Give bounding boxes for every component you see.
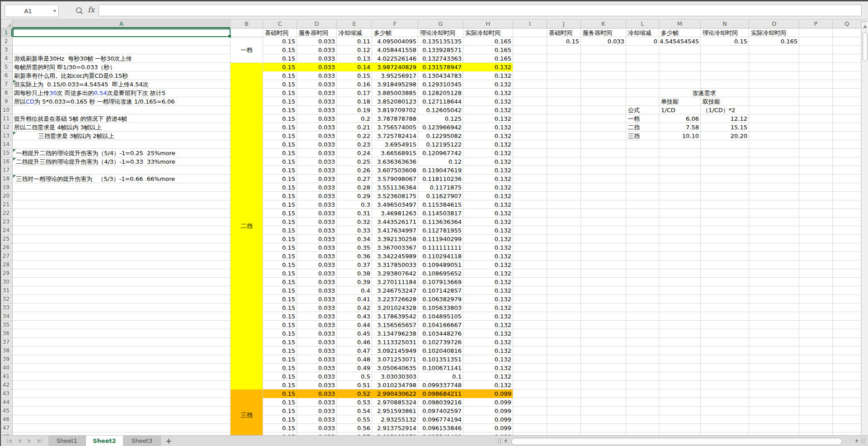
- cell-G34[interactable]: 0.104895105: [418, 312, 463, 321]
- cell-C30[interactable]: 0.15: [263, 278, 297, 286]
- cell-D19[interactable]: 0.033: [297, 183, 337, 192]
- cell-E15[interactable]: 0.24: [337, 149, 372, 157]
- cell-H46[interactable]: 0.099: [463, 415, 513, 424]
- cell-H19[interactable]: 0.132: [463, 183, 513, 192]
- cell-H27[interactable]: 0.132: [463, 252, 513, 261]
- cell-H20[interactable]: 0.132: [463, 192, 513, 200]
- cell-E13[interactable]: 0.22: [337, 132, 372, 140]
- cell-H29[interactable]: 0.132: [463, 269, 513, 278]
- cell-F12[interactable]: 3.756574005: [372, 123, 418, 132]
- cell-H43[interactable]: 0.099: [463, 389, 513, 398]
- cell-C21[interactable]: 0.15: [263, 200, 297, 209]
- row-header-45[interactable]: 45: [0, 407, 13, 415]
- cell-D5[interactable]: 0.033: [297, 63, 337, 71]
- cell-C3[interactable]: 0.15: [263, 46, 297, 54]
- cell-F30[interactable]: 3.270111184: [372, 278, 418, 286]
- cell-D42[interactable]: 0.033: [297, 381, 337, 389]
- cell-H8[interactable]: 0.132: [463, 89, 513, 97]
- column-header-M[interactable]: M: [659, 19, 701, 28]
- cell-H33[interactable]: 0.132: [463, 304, 513, 312]
- cell-C28[interactable]: 0.15: [263, 261, 297, 269]
- cell-E41[interactable]: 0.5: [337, 372, 372, 381]
- cell-E29[interactable]: 0.38: [337, 269, 372, 278]
- cell-G29[interactable]: 0.108695652: [418, 269, 463, 278]
- cell-C2[interactable]: 0.15: [263, 37, 297, 46]
- cell-G46[interactable]: 0.096774194: [418, 415, 463, 424]
- cell-F5[interactable]: 3.987240829: [372, 63, 418, 71]
- cell-E12[interactable]: 0.21: [337, 123, 372, 132]
- cell-H3[interactable]: 0.165: [463, 46, 513, 54]
- cell-C43[interactable]: 0.15: [263, 389, 297, 398]
- cell-F3[interactable]: 4.058441558: [372, 46, 418, 54]
- row-header-32[interactable]: 32: [0, 295, 13, 304]
- cell-C18[interactable]: 0.15: [263, 175, 297, 183]
- sheet-tab-Sheet2[interactable]: Sheet2: [86, 436, 123, 446]
- cell-H34[interactable]: 0.132: [463, 312, 513, 321]
- cell-G27[interactable]: 0.110294118: [418, 252, 463, 261]
- cell-E43[interactable]: 0.52: [337, 389, 372, 398]
- cell-C20[interactable]: 0.15: [263, 192, 297, 200]
- vertical-scrollbar[interactable]: [861, 19, 868, 435]
- cell-F28[interactable]: 3.317850033: [372, 261, 418, 269]
- cell-F19[interactable]: 3.551136364: [372, 183, 418, 192]
- cell-H37[interactable]: 0.132: [463, 338, 513, 346]
- row-header-27[interactable]: 27: [0, 252, 13, 261]
- cell-G36[interactable]: 0.103448276: [418, 329, 463, 338]
- column-header-N[interactable]: N: [701, 19, 749, 28]
- sheet-tab-Sheet1[interactable]: Sheet1: [48, 436, 86, 446]
- cell-D15[interactable]: 0.033: [297, 149, 337, 157]
- cell-E5[interactable]: 0.14: [337, 63, 372, 71]
- row-header-2[interactable]: 2: [0, 37, 13, 46]
- cell-D35[interactable]: 0.033: [297, 321, 337, 329]
- cell-D6[interactable]: 0.033: [297, 71, 337, 80]
- cell-H42[interactable]: 0.132: [463, 381, 513, 389]
- cell-M1[interactable]: 多少帧: [659, 28, 701, 37]
- cell-H7[interactable]: 0.132: [463, 80, 513, 89]
- cell-E32[interactable]: 0.41: [337, 295, 372, 304]
- cell-G16[interactable]: 0.12: [418, 157, 463, 166]
- column-header-J[interactable]: J: [547, 19, 581, 28]
- cell-H9[interactable]: 0.132: [463, 97, 513, 106]
- cell-C24[interactable]: 0.15: [263, 226, 297, 235]
- cell-C6[interactable]: 0.15: [263, 71, 297, 80]
- cell-E40[interactable]: 0.49: [337, 364, 372, 372]
- first-sheet-icon[interactable]: [7, 439, 12, 443]
- column-header-P[interactable]: P: [799, 19, 833, 28]
- column-header-G[interactable]: G: [418, 19, 463, 28]
- cell-F37[interactable]: 3.113325031: [372, 338, 418, 346]
- cell-F47[interactable]: 2.913752914: [372, 424, 418, 432]
- cell-D45[interactable]: 0.033: [297, 407, 337, 415]
- cell-D1[interactable]: 服务器时间: [297, 28, 337, 37]
- row-header-11[interactable]: 11: [0, 114, 13, 123]
- row-header-35[interactable]: 35: [0, 321, 13, 329]
- cell-C16[interactable]: 0.15: [263, 157, 297, 166]
- cell-F2[interactable]: 4.095004095: [372, 37, 418, 46]
- cell-G30[interactable]: 0.107913669: [418, 278, 463, 286]
- next-sheet-icon[interactable]: [28, 439, 31, 443]
- cell-G43[interactable]: 0.098684211: [418, 389, 463, 398]
- cell-A7[interactable]: 但实际上为 0.15/0.033=4.54545 即上传4.54次: [13, 80, 231, 89]
- cell-C38[interactable]: 0.15: [263, 346, 297, 355]
- cell-C15[interactable]: 0.15: [263, 149, 297, 157]
- cell-D21[interactable]: 0.033: [297, 200, 337, 209]
- cell-H22[interactable]: 0.132: [463, 209, 513, 218]
- cell-C7[interactable]: 0.15: [263, 80, 297, 89]
- cell-F17[interactable]: 3.607503608: [372, 166, 418, 175]
- cell-E17[interactable]: 0.26: [337, 166, 372, 175]
- cell-H44[interactable]: 0.099: [463, 398, 513, 407]
- cell-E27[interactable]: 0.36: [337, 252, 372, 261]
- cell-H39[interactable]: 0.132: [463, 355, 513, 364]
- cell-D41[interactable]: 0.033: [297, 372, 337, 381]
- cell-D9[interactable]: 0.033: [297, 97, 337, 106]
- row-header-30[interactable]: 30: [0, 278, 13, 286]
- cell-G37[interactable]: 0.102739726: [418, 338, 463, 346]
- cell-D16[interactable]: 0.033: [297, 157, 337, 166]
- v-scroll-thumb[interactable]: [863, 32, 868, 61]
- row-header-12[interactable]: 12: [0, 123, 13, 132]
- cell-E11[interactable]: 0.2: [337, 114, 372, 123]
- row-header-26[interactable]: 26: [0, 243, 13, 252]
- cell-C47[interactable]: 0.15: [263, 424, 297, 432]
- cell-H11[interactable]: 0.132: [463, 114, 513, 123]
- gear-band-二挡[interactable]: 二挡: [231, 63, 263, 389]
- cell-F16[interactable]: 3.636363636: [372, 157, 418, 166]
